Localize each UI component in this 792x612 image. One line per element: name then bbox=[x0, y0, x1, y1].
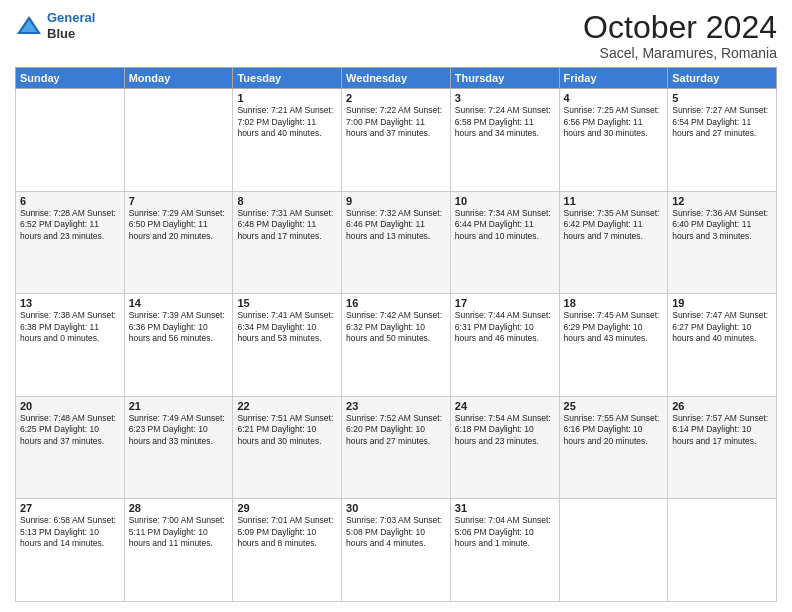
day-info: Sunrise: 7:48 AM Sunset: 6:25 PM Dayligh… bbox=[20, 413, 120, 447]
logo-text: General Blue bbox=[47, 10, 95, 41]
table-row: 6Sunrise: 7:28 AM Sunset: 6:52 PM Daylig… bbox=[16, 191, 125, 294]
day-info: Sunrise: 7:25 AM Sunset: 6:56 PM Dayligh… bbox=[564, 105, 664, 139]
table-row: 25Sunrise: 7:55 AM Sunset: 6:16 PM Dayli… bbox=[559, 396, 668, 499]
calendar-week-row: 6Sunrise: 7:28 AM Sunset: 6:52 PM Daylig… bbox=[16, 191, 777, 294]
table-row: 8Sunrise: 7:31 AM Sunset: 6:48 PM Daylig… bbox=[233, 191, 342, 294]
day-number: 6 bbox=[20, 195, 120, 207]
day-number: 16 bbox=[346, 297, 446, 309]
calendar-week-row: 20Sunrise: 7:48 AM Sunset: 6:25 PM Dayli… bbox=[16, 396, 777, 499]
day-number: 29 bbox=[237, 502, 337, 514]
day-info: Sunrise: 7:39 AM Sunset: 6:36 PM Dayligh… bbox=[129, 310, 229, 344]
day-info: Sunrise: 7:54 AM Sunset: 6:18 PM Dayligh… bbox=[455, 413, 555, 447]
day-info: Sunrise: 7:28 AM Sunset: 6:52 PM Dayligh… bbox=[20, 208, 120, 242]
table-row: 1Sunrise: 7:21 AM Sunset: 7:02 PM Daylig… bbox=[233, 89, 342, 192]
day-number: 21 bbox=[129, 400, 229, 412]
day-info: Sunrise: 7:21 AM Sunset: 7:02 PM Dayligh… bbox=[237, 105, 337, 139]
table-row: 24Sunrise: 7:54 AM Sunset: 6:18 PM Dayli… bbox=[450, 396, 559, 499]
day-info: Sunrise: 7:31 AM Sunset: 6:48 PM Dayligh… bbox=[237, 208, 337, 242]
day-info: Sunrise: 7:55 AM Sunset: 6:16 PM Dayligh… bbox=[564, 413, 664, 447]
day-info: Sunrise: 7:36 AM Sunset: 6:40 PM Dayligh… bbox=[672, 208, 772, 242]
table-row: 14Sunrise: 7:39 AM Sunset: 6:36 PM Dayli… bbox=[124, 294, 233, 397]
table-row bbox=[16, 89, 125, 192]
table-row: 28Sunrise: 7:00 AM Sunset: 5:11 PM Dayli… bbox=[124, 499, 233, 602]
day-number: 12 bbox=[672, 195, 772, 207]
day-number: 2 bbox=[346, 92, 446, 104]
day-number: 31 bbox=[455, 502, 555, 514]
table-row: 12Sunrise: 7:36 AM Sunset: 6:40 PM Dayli… bbox=[668, 191, 777, 294]
day-number: 9 bbox=[346, 195, 446, 207]
day-number: 14 bbox=[129, 297, 229, 309]
header-monday: Monday bbox=[124, 68, 233, 89]
table-row: 2Sunrise: 7:22 AM Sunset: 7:00 PM Daylig… bbox=[342, 89, 451, 192]
day-number: 8 bbox=[237, 195, 337, 207]
day-info: Sunrise: 7:42 AM Sunset: 6:32 PM Dayligh… bbox=[346, 310, 446, 344]
page: General Blue October 2024 Sacel, Maramur… bbox=[0, 0, 792, 612]
table-row: 16Sunrise: 7:42 AM Sunset: 6:32 PM Dayli… bbox=[342, 294, 451, 397]
table-row: 26Sunrise: 7:57 AM Sunset: 6:14 PM Dayli… bbox=[668, 396, 777, 499]
logo-line2: Blue bbox=[47, 26, 95, 42]
day-number: 26 bbox=[672, 400, 772, 412]
day-info: Sunrise: 7:41 AM Sunset: 6:34 PM Dayligh… bbox=[237, 310, 337, 344]
day-number: 27 bbox=[20, 502, 120, 514]
table-row: 7Sunrise: 7:29 AM Sunset: 6:50 PM Daylig… bbox=[124, 191, 233, 294]
day-info: Sunrise: 7:24 AM Sunset: 6:58 PM Dayligh… bbox=[455, 105, 555, 139]
table-row: 15Sunrise: 7:41 AM Sunset: 6:34 PM Dayli… bbox=[233, 294, 342, 397]
day-number: 23 bbox=[346, 400, 446, 412]
day-info: Sunrise: 7:03 AM Sunset: 5:08 PM Dayligh… bbox=[346, 515, 446, 549]
day-number: 19 bbox=[672, 297, 772, 309]
day-number: 15 bbox=[237, 297, 337, 309]
day-number: 13 bbox=[20, 297, 120, 309]
table-row: 31Sunrise: 7:04 AM Sunset: 5:06 PM Dayli… bbox=[450, 499, 559, 602]
day-info: Sunrise: 7:29 AM Sunset: 6:50 PM Dayligh… bbox=[129, 208, 229, 242]
day-info: Sunrise: 7:45 AM Sunset: 6:29 PM Dayligh… bbox=[564, 310, 664, 344]
table-row: 22Sunrise: 7:51 AM Sunset: 6:21 PM Dayli… bbox=[233, 396, 342, 499]
table-row: 10Sunrise: 7:34 AM Sunset: 6:44 PM Dayli… bbox=[450, 191, 559, 294]
table-row: 30Sunrise: 7:03 AM Sunset: 5:08 PM Dayli… bbox=[342, 499, 451, 602]
header-friday: Friday bbox=[559, 68, 668, 89]
day-info: Sunrise: 7:32 AM Sunset: 6:46 PM Dayligh… bbox=[346, 208, 446, 242]
location-title: Sacel, Maramures, Romania bbox=[583, 45, 777, 61]
day-info: Sunrise: 7:34 AM Sunset: 6:44 PM Dayligh… bbox=[455, 208, 555, 242]
day-number: 24 bbox=[455, 400, 555, 412]
day-number: 10 bbox=[455, 195, 555, 207]
table-row: 4Sunrise: 7:25 AM Sunset: 6:56 PM Daylig… bbox=[559, 89, 668, 192]
day-number: 5 bbox=[672, 92, 772, 104]
day-info: Sunrise: 7:44 AM Sunset: 6:31 PM Dayligh… bbox=[455, 310, 555, 344]
calendar-week-row: 13Sunrise: 7:38 AM Sunset: 6:38 PM Dayli… bbox=[16, 294, 777, 397]
day-info: Sunrise: 7:57 AM Sunset: 6:14 PM Dayligh… bbox=[672, 413, 772, 447]
table-row: 19Sunrise: 7:47 AM Sunset: 6:27 PM Dayli… bbox=[668, 294, 777, 397]
day-info: Sunrise: 7:00 AM Sunset: 5:11 PM Dayligh… bbox=[129, 515, 229, 549]
logo-icon bbox=[15, 14, 43, 38]
table-row: 27Sunrise: 6:58 AM Sunset: 5:13 PM Dayli… bbox=[16, 499, 125, 602]
table-row: 13Sunrise: 7:38 AM Sunset: 6:38 PM Dayli… bbox=[16, 294, 125, 397]
table-row: 20Sunrise: 7:48 AM Sunset: 6:25 PM Dayli… bbox=[16, 396, 125, 499]
table-row bbox=[124, 89, 233, 192]
table-row: 3Sunrise: 7:24 AM Sunset: 6:58 PM Daylig… bbox=[450, 89, 559, 192]
table-row: 18Sunrise: 7:45 AM Sunset: 6:29 PM Dayli… bbox=[559, 294, 668, 397]
day-number: 25 bbox=[564, 400, 664, 412]
day-info: Sunrise: 7:01 AM Sunset: 5:09 PM Dayligh… bbox=[237, 515, 337, 549]
day-number: 4 bbox=[564, 92, 664, 104]
day-info: Sunrise: 7:35 AM Sunset: 6:42 PM Dayligh… bbox=[564, 208, 664, 242]
table-row: 21Sunrise: 7:49 AM Sunset: 6:23 PM Dayli… bbox=[124, 396, 233, 499]
day-info: Sunrise: 7:04 AM Sunset: 5:06 PM Dayligh… bbox=[455, 515, 555, 549]
day-number: 7 bbox=[129, 195, 229, 207]
day-info: Sunrise: 7:27 AM Sunset: 6:54 PM Dayligh… bbox=[672, 105, 772, 139]
header-wednesday: Wednesday bbox=[342, 68, 451, 89]
table-row bbox=[668, 499, 777, 602]
table-row bbox=[559, 499, 668, 602]
weekday-header-row: Sunday Monday Tuesday Wednesday Thursday… bbox=[16, 68, 777, 89]
month-title: October 2024 bbox=[583, 10, 777, 45]
day-info: Sunrise: 7:47 AM Sunset: 6:27 PM Dayligh… bbox=[672, 310, 772, 344]
table-row: 17Sunrise: 7:44 AM Sunset: 6:31 PM Dayli… bbox=[450, 294, 559, 397]
day-number: 11 bbox=[564, 195, 664, 207]
header: General Blue October 2024 Sacel, Maramur… bbox=[15, 10, 777, 61]
table-row: 9Sunrise: 7:32 AM Sunset: 6:46 PM Daylig… bbox=[342, 191, 451, 294]
calendar-table: Sunday Monday Tuesday Wednesday Thursday… bbox=[15, 67, 777, 602]
table-row: 5Sunrise: 7:27 AM Sunset: 6:54 PM Daylig… bbox=[668, 89, 777, 192]
header-thursday: Thursday bbox=[450, 68, 559, 89]
table-row: 11Sunrise: 7:35 AM Sunset: 6:42 PM Dayli… bbox=[559, 191, 668, 294]
calendar-week-row: 27Sunrise: 6:58 AM Sunset: 5:13 PM Dayli… bbox=[16, 499, 777, 602]
day-info: Sunrise: 7:38 AM Sunset: 6:38 PM Dayligh… bbox=[20, 310, 120, 344]
header-sunday: Sunday bbox=[16, 68, 125, 89]
